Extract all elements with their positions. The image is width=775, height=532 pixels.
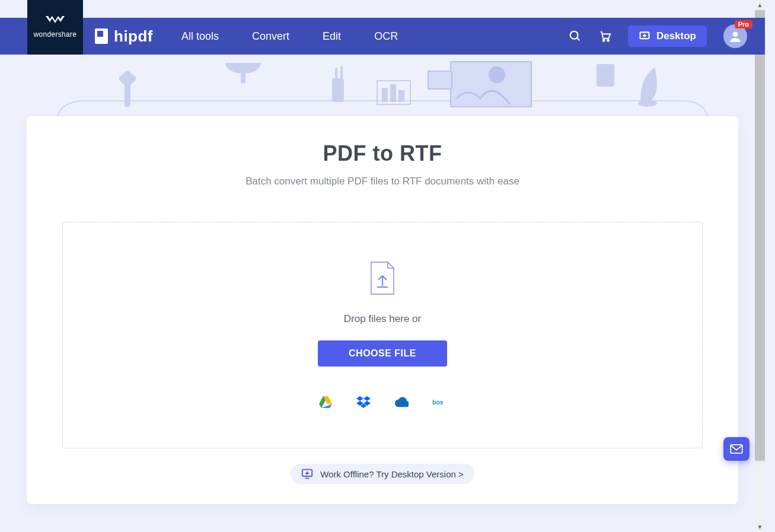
cart-icon[interactable]	[598, 30, 611, 43]
dropzone-text: Drop files here or	[344, 313, 421, 325]
download-icon	[639, 30, 650, 42]
upload-icon	[368, 261, 397, 298]
onedrive-icon[interactable]	[394, 395, 409, 409]
svg-point-7	[733, 31, 738, 37]
cloud-providers: box	[318, 395, 446, 409]
nav-edit[interactable]: Edit	[323, 30, 341, 43]
svg-rect-10	[332, 78, 344, 102]
svg-point-18	[489, 66, 505, 83]
scrollbar-down-arrow[interactable]: ▼	[755, 522, 765, 532]
svg-marker-25	[356, 396, 363, 401]
svg-rect-16	[398, 90, 404, 102]
svg-line-3	[577, 38, 580, 41]
file-dropzone[interactable]: Drop files here or CHOOSE FILE box	[62, 222, 703, 448]
search-icon[interactable]	[569, 30, 582, 43]
dropbox-icon[interactable]	[356, 395, 371, 409]
monitor-download-icon	[301, 469, 313, 479]
svg-point-21	[638, 100, 657, 107]
offline-cta-label: Work Offline? Try Desktop Version >	[320, 469, 464, 479]
page-title: PDF to RTF	[62, 141, 703, 166]
hipdf-logo[interactable]: hipdf	[95, 27, 153, 46]
svg-rect-20	[597, 64, 614, 87]
scrollbar-up-arrow[interactable]: ▲	[755, 0, 765, 10]
svg-rect-15	[390, 84, 396, 102]
brand-company-label: wondershare	[34, 30, 77, 39]
svg-text:box: box	[432, 399, 444, 406]
desktop-button[interactable]: Desktop	[628, 26, 707, 47]
svg-point-5	[607, 40, 609, 42]
product-name: hipdf	[114, 27, 153, 46]
nav-all-tools[interactable]: All tools	[181, 30, 219, 43]
box-icon[interactable]: box	[432, 395, 446, 409]
svg-rect-19	[428, 71, 452, 89]
svg-point-2	[570, 31, 578, 39]
decorative-illustrations	[0, 55, 765, 125]
svg-rect-33	[731, 445, 742, 453]
hipdf-logo-icon	[95, 28, 108, 44]
google-drive-icon[interactable]	[318, 395, 333, 409]
account-avatar[interactable]: Pro	[723, 24, 747, 48]
wondershare-brand[interactable]: wondershare	[27, 0, 83, 55]
main-navbar: wondershare hipdf All tools Convert Edit…	[0, 18, 765, 55]
mail-icon	[730, 444, 743, 454]
svg-marker-26	[363, 396, 371, 401]
pro-badge: Pro	[735, 20, 752, 28]
svg-rect-17	[451, 62, 531, 107]
main-card: PDF to RTF Batch convert multiple PDF fi…	[27, 116, 738, 504]
wondershare-logo-icon	[46, 16, 65, 27]
choose-file-button[interactable]: CHOOSE FILE	[318, 340, 447, 367]
desktop-button-label: Desktop	[656, 30, 696, 42]
work-offline-pill[interactable]: Work Offline? Try Desktop Version >	[291, 464, 474, 484]
nav-ocr[interactable]: OCR	[374, 30, 398, 43]
svg-rect-1	[97, 31, 103, 37]
svg-point-4	[603, 40, 605, 42]
svg-rect-9	[241, 72, 245, 83]
nav-convert[interactable]: Convert	[252, 30, 289, 43]
nav-menu: All tools Convert Edit OCR	[181, 30, 398, 43]
page-subtitle: Batch convert multiple PDF files to RTF …	[62, 176, 703, 187]
avatar-icon	[728, 28, 743, 44]
contact-mail-button[interactable]	[723, 437, 750, 461]
svg-rect-14	[382, 88, 388, 102]
